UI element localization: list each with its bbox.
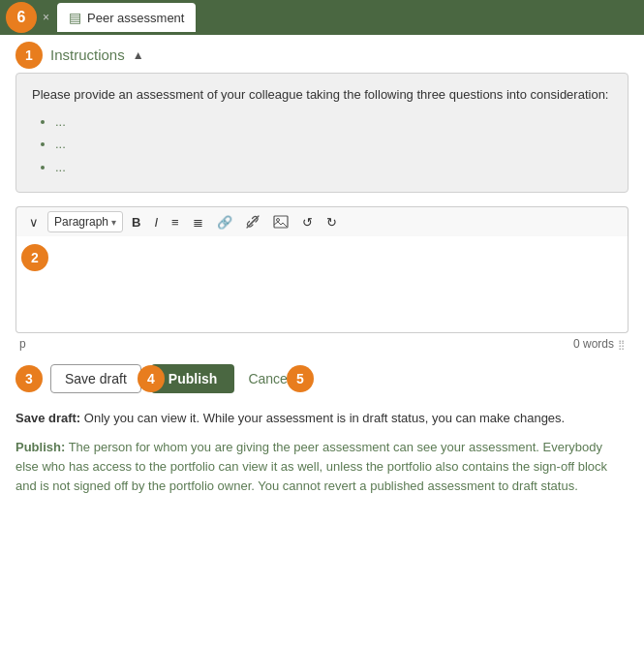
image-button[interactable] [268,212,293,231]
editor-section: 2 [15,236,629,333]
unlink-button[interactable] [241,212,264,231]
italic-button[interactable]: I [149,212,163,232]
tab-bar: 6 × ▤ Peer assessment [0,0,644,35]
step-badge-3: 3 [15,365,43,392]
instructions-row: 1 Instructions ▲ [15,46,629,63]
save-draft-desc: Only you can view it. While your assessm… [80,411,565,425]
instructions-list: ... ... ... [55,112,612,177]
tab-close-button[interactable]: × [43,11,49,24]
editor-content-area[interactable] [15,236,629,333]
undo-button[interactable]: ↺ [297,212,318,232]
instructions-box: Please provide an assessment of your col… [15,73,629,193]
info-section: Save draft: Only you can view it. While … [15,409,629,497]
svg-point-2 [276,219,279,222]
list-item: ... [55,135,612,154]
save-draft-button[interactable]: Save draft [50,364,141,393]
editor-tag-indicator: p [19,337,26,351]
tab-item[interactable]: ▤ Peer assessment [57,3,196,32]
dropdown-arrow-icon: ▾ [111,217,116,228]
paragraph-label: Paragraph [54,215,108,229]
toolbar-collapse-button[interactable]: ∨ [24,212,44,232]
editor-toolbar: ∨ Paragraph ▾ B I ≡ ≣ 🔗 ↺ ↻ [15,206,629,236]
save-draft-prefix: Save draft: [15,411,80,425]
publish-desc: The person for whom you are giving the p… [15,440,607,493]
word-count: 0 words [573,337,614,351]
instructions-chevron-icon[interactable]: ▲ [133,48,144,62]
step-badge-1: 1 [15,42,43,69]
actions-row: 3 Save draft 4 Publish Cancel 5 [15,364,629,393]
publish-info: Publish: The person for whom you are giv… [15,438,629,496]
main-content: 1 Instructions ▲ Please provide an asses… [0,35,644,518]
publish-prefix: Publish: [15,440,65,454]
instructions-intro: Please provide an assessment of your col… [32,87,608,102]
unordered-list-button[interactable]: ≡ [167,212,184,232]
cancel-btn-wrapper: Cancel 5 [244,371,294,386]
step-badge-4: 4 [138,365,165,392]
editor-footer: p 0 words ⣿ [15,335,629,353]
tab-number-badge: 6 [6,2,37,33]
instructions-link[interactable]: Instructions [50,46,125,63]
step-badge-5: 5 [287,365,314,392]
resize-handle-icon[interactable]: ⣿ [618,339,625,350]
publish-btn-wrapper: 4 Publish [151,364,235,393]
redo-button[interactable]: ↻ [322,212,342,232]
save-draft-info: Save draft: Only you can view it. While … [15,409,629,428]
link-button[interactable]: 🔗 [212,212,237,232]
list-item: ... [55,158,612,177]
editor-area-wrapper: 2 [15,236,629,333]
tab-title: Peer assessment [87,11,184,25]
list-item: ... [55,112,612,132]
peer-assessment-icon: ▤ [69,10,81,25]
paragraph-dropdown[interactable]: Paragraph ▾ [47,211,123,232]
bold-button[interactable]: B [127,212,145,232]
step-badge-2: 2 [21,244,48,271]
ordered-list-button[interactable]: ≣ [188,212,208,232]
